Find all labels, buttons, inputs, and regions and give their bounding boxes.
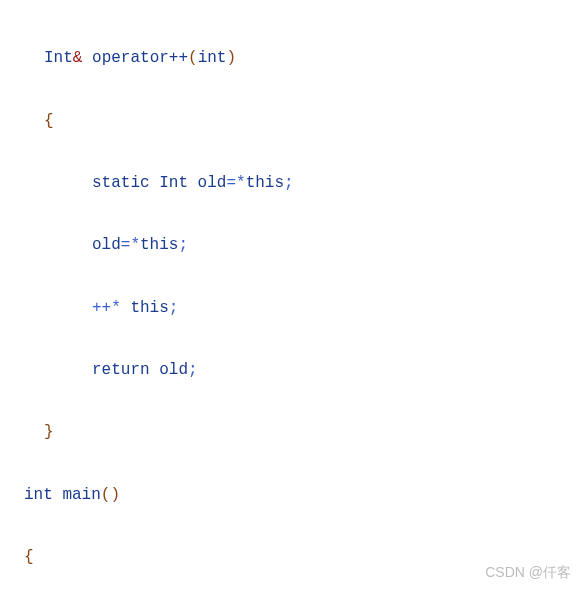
parens: () [101,486,120,504]
paren-open: ( [188,49,198,67]
code-line: { [24,106,585,137]
semicolon: ; [178,236,188,254]
keyword-this: this [246,174,284,192]
code-line: static Int old=*this; [24,168,585,199]
operator: =* [121,236,140,254]
param-type: int [198,49,227,67]
keyword-this: this [140,236,178,254]
code-block: Int& operator++(int) { static Int old=*t… [24,12,585,594]
code-line: int main() [24,480,585,511]
code-line: Int& operator++(int) [24,43,585,74]
type-name: Int [44,49,73,67]
code-text: static Int old [92,174,226,192]
operator: ++* [92,299,121,317]
keyword-this: this [121,299,169,317]
func-name: operator++ [82,49,188,67]
code-line: return old; [24,355,585,386]
semicolon: ; [188,361,198,379]
brace-open: { [24,548,34,566]
code-text: old [92,236,121,254]
func-decl: int main [24,486,101,504]
code-line: old=*this; [24,230,585,261]
ref-symbol: & [73,49,83,67]
semicolon: ; [169,299,179,317]
return-stmt: return old [92,361,188,379]
code-line: ++* this; [24,293,585,324]
paren-close: ) [226,49,236,67]
operator: =* [226,174,245,192]
brace-open: { [44,112,54,130]
semicolon: ; [284,174,294,192]
code-line: } [24,417,585,448]
watermark: CSDN @仟客 [485,559,571,586]
brace-close: } [44,423,54,441]
